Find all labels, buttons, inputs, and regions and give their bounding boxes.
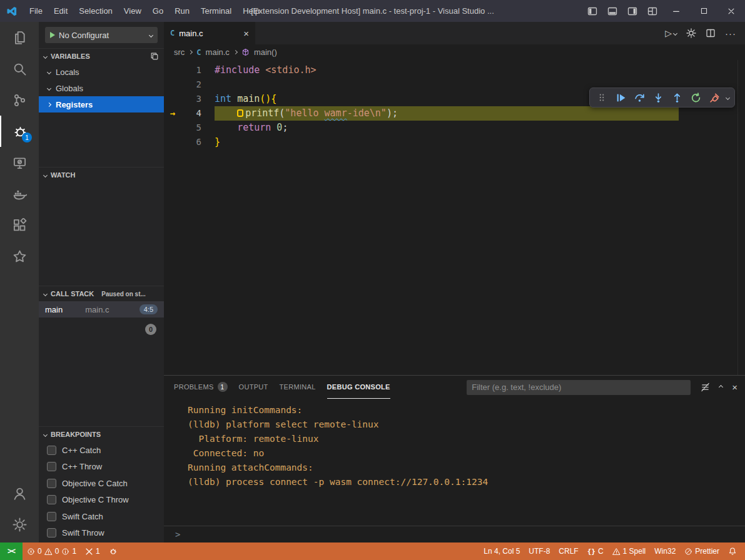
step-out-button[interactable]	[668, 90, 686, 105]
breakpoints-header[interactable]: BREAKPOINTS	[39, 427, 164, 442]
settings-gear-icon[interactable]	[0, 509, 39, 540]
breakpoint-row[interactable]: Swift Catch	[39, 508, 164, 525]
close-tab-icon[interactable]: ×	[243, 28, 249, 39]
code-token: );	[387, 108, 398, 119]
editor-group: C main.c × ▷ ··· src C main.c	[164, 22, 745, 542]
split-editor-icon[interactable]	[706, 28, 716, 38]
tree-item-registers[interactable]: Registers	[39, 96, 164, 112]
current-line-arrow-icon[interactable]: →	[164, 106, 181, 121]
stack-frame-row[interactable]: main main.c 4:5	[39, 301, 164, 318]
editor-scrollbar[interactable]	[737, 60, 745, 375]
run-and-debug-icon[interactable]: 1	[0, 116, 39, 147]
continue-button[interactable]	[612, 90, 629, 105]
inline-breakpoint-icon[interactable]	[237, 109, 243, 117]
breakpoint-row[interactable]: Objective C Throw	[39, 492, 164, 509]
variables-header[interactable]: VARIABLES	[39, 49, 164, 64]
language-mode[interactable]: {} C	[583, 542, 608, 560]
cursor-position[interactable]: Ln 4, Col 5	[479, 542, 524, 560]
debug-session-status[interactable]	[104, 542, 122, 560]
watch-header[interactable]: WATCH	[39, 168, 164, 182]
step-over-button[interactable]	[631, 90, 648, 105]
tree-item-globals[interactable]: Globals	[39, 80, 164, 96]
explorer-icon[interactable]	[0, 22, 39, 53]
breadcrumb-folder[interactable]: src	[174, 48, 185, 57]
menu-file[interactable]: File	[24, 0, 48, 22]
star-icon[interactable]	[0, 241, 39, 272]
prettier-status[interactable]: Prettier	[680, 542, 724, 560]
minimize-button[interactable]	[662, 0, 690, 22]
clear-console-icon[interactable]	[701, 382, 710, 392]
toggle-panel-icon[interactable]	[602, 0, 622, 22]
notifications-bell-icon[interactable]	[724, 542, 741, 560]
panel-tab-terminal[interactable]: TERMINAL	[280, 376, 316, 399]
more-actions-icon[interactable]: ···	[725, 28, 736, 39]
run-or-debug-button[interactable]: ▷	[665, 28, 677, 38]
tools-status[interactable]: 1	[81, 542, 104, 560]
breadcrumb-file[interactable]: main.c	[206, 48, 230, 57]
debug-console-output[interactable]: Running initCommands:(lldb) platform sel…	[164, 399, 745, 526]
spell-checker-status[interactable]: 1 Spell	[608, 542, 651, 560]
accounts-icon[interactable]	[0, 478, 39, 509]
chevron-down-icon[interactable]	[726, 95, 730, 99]
call-stack-section: CALL STACK Paused on st... main main.c 4…	[39, 286, 164, 426]
breakpoint-row[interactable]: Swift Throw	[39, 525, 164, 542]
menu-view[interactable]: View	[118, 0, 147, 22]
breadcrumb-symbol[interactable]: main()	[254, 48, 277, 57]
breakpoint-checkbox[interactable]	[47, 512, 56, 521]
menu-run[interactable]: Run	[169, 0, 195, 22]
panel-tab-debug-console[interactable]: DEBUG CONSOLE	[327, 376, 390, 399]
code-editor[interactable]: 1#include <stdio.h>23int main(){→4 print…	[164, 60, 745, 375]
maximize-panel-icon[interactable]	[719, 385, 723, 389]
remote-indicator[interactable]: ><	[0, 542, 23, 560]
editor-settings-gear-icon[interactable]	[686, 28, 696, 38]
breakpoint-checkbox[interactable]	[47, 446, 56, 455]
breakpoint-row[interactable]: C++ Throw	[39, 459, 164, 476]
breakpoint-checkbox[interactable]	[47, 495, 56, 504]
menu-terminal[interactable]: Terminal	[195, 0, 237, 22]
call-stack-header[interactable]: CALL STACK Paused on st...	[39, 286, 164, 301]
debug-console-input[interactable]: >	[164, 526, 745, 542]
search-icon[interactable]	[0, 53, 39, 84]
code-token: wamr	[325, 108, 347, 119]
menu-go[interactable]: Go	[147, 0, 169, 22]
extensions-icon[interactable]	[0, 209, 39, 241]
code-line[interactable]: →4 printf("hello wamr-ide\n");	[164, 106, 745, 121]
copy-icon[interactable]	[150, 52, 159, 61]
step-into-button[interactable]	[649, 90, 667, 105]
disconnect-button[interactable]	[706, 90, 723, 105]
debug-configuration-select[interactable]: No Configurat	[45, 27, 158, 43]
remote-explorer-icon[interactable]	[0, 147, 39, 178]
tab-main-c[interactable]: C main.c ×	[164, 22, 255, 44]
restart-button[interactable]	[687, 90, 704, 105]
encoding-indicator[interactable]: UTF-8	[524, 542, 554, 560]
breakpoint-checkbox[interactable]	[47, 479, 56, 488]
code-line[interactable]: 5 return 0;	[164, 121, 745, 135]
console-filter-input[interactable]	[467, 380, 691, 395]
eol-indicator[interactable]: CRLF	[554, 542, 582, 560]
menu-edit[interactable]: Edit	[48, 0, 73, 22]
source-control-icon[interactable]	[0, 84, 39, 116]
menu-selection[interactable]: Selection	[73, 0, 118, 22]
code-token	[271, 122, 276, 133]
code-line[interactable]: 1#include <stdio.h>	[164, 63, 745, 78]
breakpoint-checkbox[interactable]	[47, 462, 56, 471]
panel-tab-problems[interactable]: PROBLEMS1	[174, 376, 228, 399]
drag-grip-icon[interactable]	[593, 90, 611, 105]
code-line[interactable]: 6}	[164, 135, 745, 149]
problems-status[interactable]: 0 0 1	[23, 542, 81, 560]
breakpoint-row[interactable]: Objective C Catch	[39, 475, 164, 492]
tree-item-locals[interactable]: Locals	[39, 64, 164, 80]
platform-indicator[interactable]: Win32	[650, 542, 680, 560]
close-window-button[interactable]	[717, 0, 745, 22]
maximize-button[interactable]	[690, 0, 717, 22]
c-file-icon: C	[170, 29, 175, 38]
breakpoint-row[interactable]: C++ Catch	[39, 442, 164, 459]
breakpoint-checkbox[interactable]	[47, 528, 56, 538]
toggle-secondary-sidebar-icon[interactable]	[622, 0, 642, 22]
panel-tab-output[interactable]: OUTPUT	[239, 376, 268, 399]
docker-icon[interactable]	[0, 178, 39, 209]
customize-layout-icon[interactable]	[642, 0, 662, 22]
close-panel-icon[interactable]: ×	[732, 382, 737, 392]
warning-count: 0	[55, 547, 59, 556]
toggle-primary-sidebar-icon[interactable]	[582, 0, 602, 22]
